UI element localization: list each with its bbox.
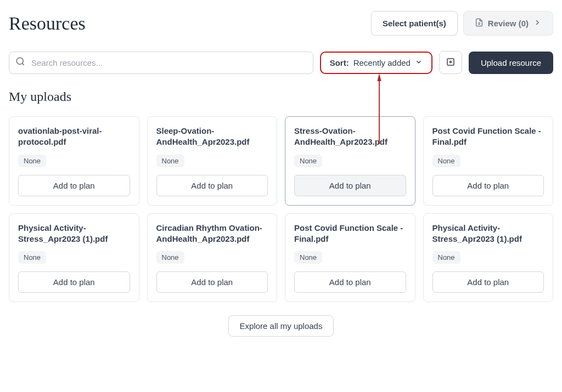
header-row: Resources Select patient(s) Review (0) xyxy=(9,11,553,36)
category-badge: None xyxy=(432,155,460,167)
page-title: Resources xyxy=(9,13,86,34)
resource-card: Physical Activity-Stress_Apr2023 (1).pdf… xyxy=(423,213,554,303)
category-badge: None xyxy=(156,251,184,264)
add-to-plan-button[interactable]: Add to plan xyxy=(432,271,544,293)
search-input[interactable] xyxy=(9,52,313,74)
resource-title: ovationlab-post-viral-protocol.pdf xyxy=(18,126,130,148)
category-badge: None xyxy=(294,155,322,167)
sort-prefix: Sort: xyxy=(330,58,349,67)
chevron-down-icon xyxy=(415,58,423,67)
add-to-plan-button[interactable]: Add to plan xyxy=(18,271,130,293)
sort-button[interactable]: Sort: Recently added xyxy=(320,52,432,74)
select-patients-button[interactable]: Select patient(s) xyxy=(371,11,458,36)
resource-title: Post Covid Function Scale - Final.pdf xyxy=(432,126,544,148)
chevron-right-icon xyxy=(533,18,542,29)
review-button[interactable]: Review (0) xyxy=(463,11,553,36)
select-patients-label: Select patient(s) xyxy=(383,19,446,28)
resource-card: Post Covid Function Scale - Final.pdfNon… xyxy=(285,213,415,303)
document-icon xyxy=(475,18,484,29)
add-to-plan-button[interactable]: Add to plan xyxy=(294,175,406,196)
section-title: My uploads xyxy=(9,89,553,104)
sort-value: Recently added xyxy=(353,58,411,67)
resource-card: Sleep-Ovation-AndHealth_Apr2023.pdfNoneA… xyxy=(147,116,278,206)
svg-rect-4 xyxy=(447,59,454,65)
category-badge: None xyxy=(294,251,322,264)
search-icon xyxy=(15,56,25,69)
category-badge: None xyxy=(156,155,184,167)
search-wrap xyxy=(9,52,313,74)
resource-card: ovationlab-post-viral-protocol.pdfNoneAd… xyxy=(9,116,139,206)
resource-title: Sleep-Ovation-AndHealth_Apr2023.pdf xyxy=(156,126,268,148)
category-badge: None xyxy=(18,155,46,167)
add-to-plan-button[interactable]: Add to plan xyxy=(18,175,130,196)
header-actions: Select patient(s) Review (0) xyxy=(371,11,553,36)
explore-row: Explore all my uploads xyxy=(9,315,553,337)
resource-card: Stress-Ovation-AndHealth_Apr2023.pdfNone… xyxy=(285,116,415,206)
svg-point-2 xyxy=(16,58,23,64)
add-to-plan-button[interactable]: Add to plan xyxy=(156,271,268,293)
category-badge: None xyxy=(18,251,46,264)
cards-grid: ovationlab-post-viral-protocol.pdfNoneAd… xyxy=(9,116,553,302)
resource-title: Post Covid Function Scale - Final.pdf xyxy=(294,223,406,245)
explore-all-uploads-button[interactable]: Explore all my uploads xyxy=(228,315,334,337)
resource-title: Physical Activity-Stress_Apr2023 (1).pdf xyxy=(432,223,544,245)
svg-point-5 xyxy=(449,61,451,63)
svg-line-3 xyxy=(22,63,24,65)
review-label: Review (0) xyxy=(488,19,529,28)
scan-icon xyxy=(446,57,456,69)
scan-button[interactable] xyxy=(439,51,462,74)
resource-title: Circadian Rhythm Ovation-AndHealth_Apr20… xyxy=(156,223,268,245)
upload-resource-button[interactable]: Upload resource xyxy=(469,52,553,74)
resource-card: Circadian Rhythm Ovation-AndHealth_Apr20… xyxy=(147,213,278,303)
resource-card: Post Covid Function Scale - Final.pdfNon… xyxy=(423,116,554,206)
add-to-plan-button[interactable]: Add to plan xyxy=(156,175,268,196)
resource-title: Physical Activity-Stress_Apr2023 (1).pdf xyxy=(18,223,130,245)
resource-title: Stress-Ovation-AndHealth_Apr2023.pdf xyxy=(294,126,406,148)
toolbar-row: Sort: Recently added Upload resource xyxy=(9,51,553,74)
resource-card: Physical Activity-Stress_Apr2023 (1).pdf… xyxy=(9,213,139,303)
add-to-plan-button[interactable]: Add to plan xyxy=(432,175,544,196)
category-badge: None xyxy=(432,251,460,264)
add-to-plan-button[interactable]: Add to plan xyxy=(294,271,406,293)
